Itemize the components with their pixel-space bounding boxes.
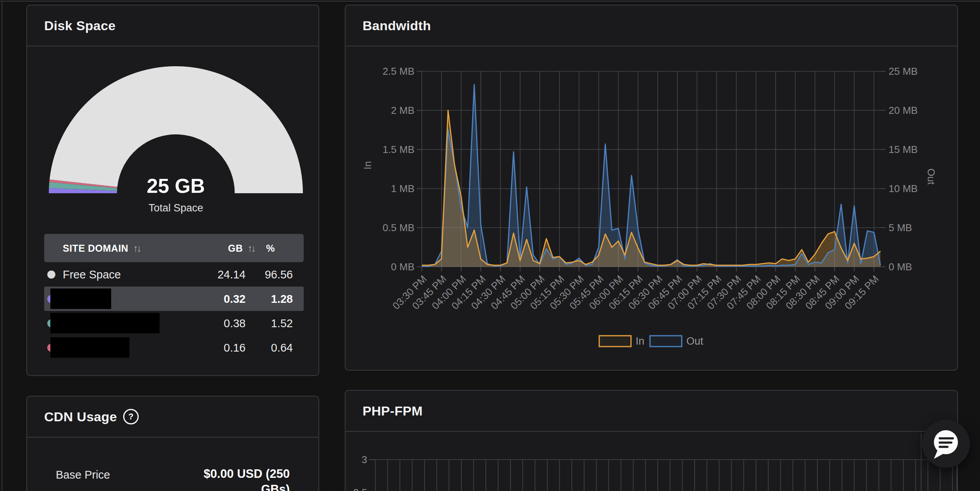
column-header-percent: % — [266, 242, 275, 254]
left-axis-tick: 2.5 MB — [383, 65, 414, 77]
chat-widget-button[interactable] — [922, 420, 970, 468]
row-label: Free Space — [63, 268, 121, 281]
row-gb-value: 0.32 — [224, 292, 246, 305]
php-fpm-card-header: PHP-FPM — [346, 391, 957, 432]
left-axis-tick: 1.5 MB — [383, 144, 414, 155]
cdn-base-price-row: Base Price $0.00 USD (250 GBs) — [27, 466, 318, 491]
table-row-free-space[interactable]: Free Space 24.14 96.56 — [44, 262, 304, 287]
page-left-border — [2, 1, 2, 491]
legend-label: Out — [686, 335, 703, 347]
php-y-tick: 2.5 — [353, 487, 367, 491]
gauge-total-label: Total Space — [118, 202, 234, 214]
php-fpm-title: PHP-FPM — [363, 403, 423, 419]
left-axis-tick: 2 MB — [391, 105, 414, 116]
legend-item-in[interactable]: In — [599, 335, 645, 347]
row-gb-value: 0.38 — [224, 317, 246, 330]
right-axis-tick: 25 MB — [889, 65, 918, 77]
column-header-site-domain[interactable]: SITE DOMAIN↑↓ — [63, 242, 140, 254]
row-percent-value: 1.52 — [271, 317, 293, 330]
bandwidth-card-header: Bandwidth — [346, 5, 957, 46]
disk-usage-gauge — [27, 60, 319, 222]
redacted-domain — [50, 337, 129, 358]
in-series-line — [422, 110, 880, 265]
cdn-usage-title: CDN Usage — [44, 409, 117, 424]
cdn-card-header: CDN Usage ? — [27, 397, 318, 438]
php-fpm-card: PHP-FPM 32.5 — [345, 390, 958, 491]
disk-space-title: Disk Space — [44, 18, 115, 33]
left-axis-title: In — [362, 161, 373, 170]
sort-icon[interactable]: ↑↓ — [133, 242, 140, 254]
disk-usage-table: SITE DOMAIN↑↓ GB↑↓ % Free Space 24.14 96… — [44, 234, 304, 360]
help-icon[interactable]: ? — [123, 409, 139, 424]
table-row-site-domain[interactable]: 0.16 0.64 — [44, 335, 304, 360]
php-y-tick: 3 — [362, 454, 367, 465]
disk-table-header-row: SITE DOMAIN↑↓ GB↑↓ % — [44, 234, 304, 262]
bandwidth-card: Bandwidth 2.5 MB25 MB2 MB20 MB1.5 MB15 M… — [345, 5, 958, 371]
legend-label: In — [636, 335, 645, 347]
dashboard-page: { "page": { "bg": "#131314", "border_col… — [0, 0, 980, 491]
out-series-line — [422, 84, 880, 266]
legend-swatch — [599, 336, 631, 347]
right-axis-tick: 15 MB — [889, 144, 918, 155]
right-axis-tick: 10 MB — [889, 183, 918, 194]
cdn-usage-card: CDN Usage ? Base Price $0.00 USD (250 GB… — [26, 396, 319, 491]
right-axis-tick: 5 MB — [889, 222, 912, 233]
php-fpm-chart: 32.5 — [346, 433, 958, 491]
table-row-site-domain[interactable]: 0.38 1.52 — [44, 311, 304, 335]
left-axis-tick: 1 MB — [391, 183, 414, 194]
bandwidth-chart: 2.5 MB25 MB2 MB20 MB1.5 MB15 MB1 MB10 MB… — [346, 47, 958, 371]
column-header-gb[interactable]: GB↑↓ — [228, 242, 255, 254]
right-axis-tick: 0 MB — [889, 261, 912, 273]
disk-space-card: Disk Space 25 GB Total Space SITE DOMAIN… — [26, 5, 319, 376]
sort-icon[interactable]: ↑↓ — [248, 242, 254, 254]
disk-space-card-header: Disk Space — [27, 5, 318, 46]
legend-swatch — [650, 336, 682, 347]
row-percent-value: 1.28 — [271, 292, 293, 305]
right-axis-title: Out — [925, 168, 937, 185]
row-percent-value: 96.56 — [265, 268, 293, 281]
row-percent-value: 0.64 — [271, 341, 293, 354]
right-axis-tick: 20 MB — [889, 105, 918, 116]
gauge-total-value: 25 GB — [118, 174, 234, 197]
chat-bubble-icon — [922, 420, 970, 468]
redacted-domain — [50, 288, 111, 309]
redacted-domain — [50, 313, 160, 333]
base-price-value: $0.00 USD (250 GBs) — [189, 466, 290, 491]
bandwidth-title: Bandwidth — [363, 18, 431, 33]
row-gb-value: 24.14 — [217, 268, 246, 281]
row-gb-value: 0.16 — [224, 341, 246, 354]
base-price-label: Base Price — [56, 466, 110, 481]
series-color-dot — [47, 270, 55, 278]
legend-item-out[interactable]: Out — [650, 335, 703, 347]
left-axis-tick: 0 MB — [391, 261, 414, 273]
table-row-site-domain[interactable]: 0.32 1.28 — [44, 287, 304, 311]
left-axis-tick: 0.5 MB — [383, 222, 414, 233]
page-top-border — [0, 1, 980, 2]
out-series-area — [422, 84, 880, 267]
